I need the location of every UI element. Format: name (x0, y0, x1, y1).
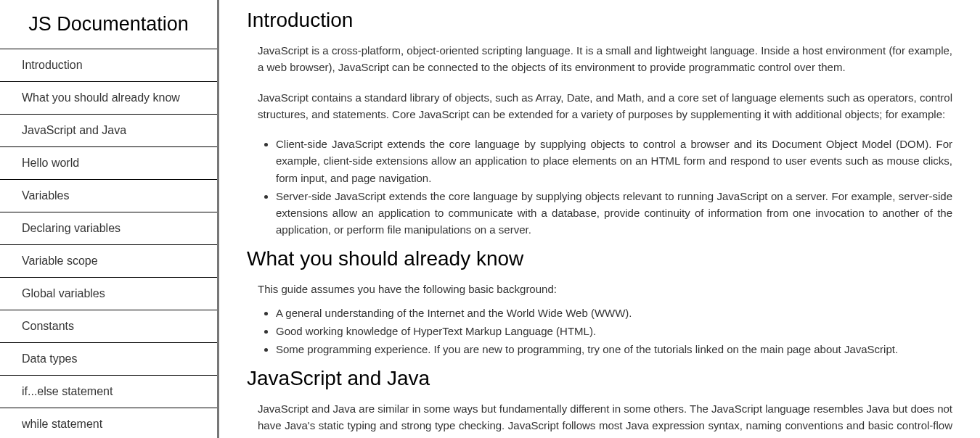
sidebar-title: JS Documentation (0, 0, 217, 49)
section-introduction: Introduction JavaScript is a cross-platf… (247, 9, 952, 239)
nav-item-while-statement[interactable]: while statement (0, 408, 217, 438)
nav-item-hello-world[interactable]: Hello world (0, 147, 217, 180)
intro-bullet-1: Client-side JavaScript extends the core … (276, 136, 952, 186)
nav-item-constants[interactable]: Constants (0, 310, 217, 343)
section-javascript-and-java: JavaScript and Java JavaScript and Java … (247, 367, 952, 439)
sidebar: JS Documentation Introduction What you s… (0, 0, 219, 438)
know-bullet-1: A general understanding of the Internet … (276, 305, 952, 321)
nav-item-variable-scope[interactable]: Variable scope (0, 245, 217, 278)
heading-introduction: Introduction (247, 9, 952, 32)
nav-item-global-variables[interactable]: Global variables (0, 278, 217, 310)
app-container: JS Documentation Introduction What you s… (0, 0, 980, 438)
intro-paragraph-1: JavaScript is a cross-platform, object-o… (258, 42, 952, 76)
intro-paragraph-2: JavaScript contains a standard library o… (258, 89, 952, 123)
section-what-you-should-already-know: What you should already know This guide … (247, 247, 952, 358)
java-paragraph-1: JavaScript and Java are similar in some … (258, 400, 952, 439)
know-bullets: A general understanding of the Internet … (276, 305, 952, 358)
intro-bullet-2: Server-side JavaScript extends the core … (276, 188, 952, 239)
nav-list: Introduction What you should already kno… (0, 49, 217, 438)
nav-item-if-else-statement[interactable]: if...else statement (0, 376, 217, 408)
nav-item-javascript-and-java[interactable]: JavaScript and Java (0, 115, 217, 147)
heading-know: What you should already know (247, 247, 952, 270)
know-bullet-2: Good working knowledge of HyperText Mark… (276, 323, 952, 339)
nav-item-declaring-variables[interactable]: Declaring variables (0, 212, 217, 245)
nav-item-what-you-should-already-know[interactable]: What you should already know (0, 82, 217, 115)
know-paragraph-1: This guide assumes you have the followin… (258, 281, 952, 297)
nav-item-variables[interactable]: Variables (0, 180, 217, 212)
nav-item-data-types[interactable]: Data types (0, 343, 217, 376)
nav-item-introduction[interactable]: Introduction (0, 49, 217, 82)
heading-java: JavaScript and Java (247, 367, 952, 390)
intro-bullets: Client-side JavaScript extends the core … (276, 136, 952, 239)
know-bullet-3: Some programming experience. If you are … (276, 341, 952, 358)
main-content: Introduction JavaScript is a cross-platf… (219, 0, 980, 438)
